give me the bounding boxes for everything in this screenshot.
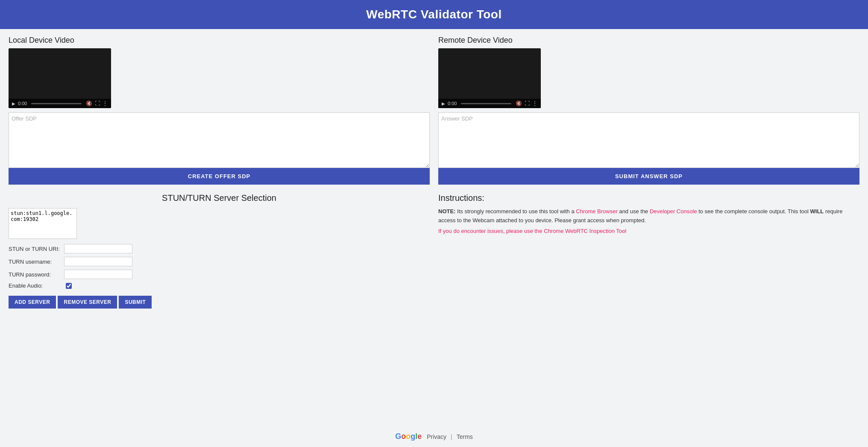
g-letter-red2: e: [417, 432, 422, 441]
enable-audio-row: Enable Audio:: [9, 282, 430, 289]
stun-uri-input[interactable]: [64, 244, 132, 253]
local-video-label: Local Device Video: [9, 36, 430, 45]
remote-video-label: Remote Device Video: [438, 36, 859, 45]
local-progress-bar: [31, 103, 82, 104]
stun-uri-row: STUN or TURN URI:: [9, 244, 430, 253]
remove-server-button[interactable]: REMOVE SERVER: [58, 296, 117, 309]
remote-video-controls: ▶ 0:00 🔇 ⛶ ⋮: [438, 99, 541, 108]
offer-sdp-input[interactable]: [9, 112, 430, 168]
note-label: NOTE:: [438, 208, 455, 215]
submit-button[interactable]: SUBMIT: [119, 296, 152, 309]
turn-password-row: TURN password:: [9, 270, 430, 279]
privacy-link[interactable]: Privacy: [427, 433, 446, 440]
note-line2: If you do encounter issues, please use t…: [438, 227, 859, 236]
answer-sdp-input[interactable]: [438, 112, 859, 168]
local-sdp-section: [9, 108, 430, 168]
terms-link[interactable]: Terms: [457, 433, 473, 440]
remote-video-player[interactable]: ▶ 0:00 🔇 ⛶ ⋮: [438, 48, 541, 108]
server-list[interactable]: stun:stun1.l.google.com:19302: [9, 208, 77, 239]
g-letter-blue: G: [395, 432, 401, 441]
instructions-title: Instructions:: [438, 193, 859, 203]
instructions-body: NOTE: Its strongly recommended to use th…: [438, 207, 859, 235]
local-fullscreen-icon[interactable]: ⛶: [95, 100, 100, 106]
g-letter-blue2: g: [411, 432, 415, 441]
remote-progress-bar: [461, 103, 511, 104]
footer-separator: |: [451, 433, 452, 440]
local-time-display: 0:00: [18, 101, 27, 106]
bottom-section: STUN/TURN Server Selection stun:stun1.l.…: [9, 193, 859, 317]
page-title: WebRTC Validator Tool: [9, 8, 859, 21]
enable-audio-checkbox[interactable]: [66, 283, 72, 289]
submit-answer-sdp-button[interactable]: SUBMIT ANSWER SDP: [438, 168, 859, 185]
page-footer: Google Privacy | Terms: [0, 426, 868, 447]
enable-audio-label: Enable Audio:: [9, 282, 64, 289]
developer-console-link[interactable]: Developer Console: [650, 208, 697, 215]
after-text: to see the complete console output. This…: [697, 208, 810, 215]
turn-username-input[interactable]: [64, 257, 132, 266]
local-volume-icon[interactable]: 🔇: [86, 100, 92, 106]
turn-password-label: TURN password:: [9, 271, 64, 278]
remote-volume-icon[interactable]: 🔇: [516, 100, 522, 106]
local-more-icon[interactable]: ⋮: [103, 100, 108, 106]
chrome-webrtc-link[interactable]: Chrome WebRTC Inspection Tool: [544, 228, 626, 234]
will-text: WILL: [810, 208, 824, 215]
local-video-section: Local Device Video ▶ 0:00 🔇 ⛶ ⋮: [9, 36, 430, 168]
stun-uri-label: STUN or TURN URI:: [9, 246, 64, 252]
turn-password-input[interactable]: [64, 270, 132, 279]
stun-turn-title: STUN/TURN Server Selection: [9, 193, 430, 203]
server-buttons-group: ADD SERVER REMOVE SERVER SUBMIT: [9, 296, 430, 309]
remote-fullscreen-icon[interactable]: ⛶: [525, 100, 530, 106]
remote-play-icon[interactable]: ▶: [442, 101, 445, 106]
remote-time-display: 0:00: [448, 101, 457, 106]
remote-sdp-section: [438, 108, 859, 168]
turn-username-label: TURN username:: [9, 259, 64, 265]
chrome-browser-link[interactable]: Chrome Browser: [576, 208, 618, 215]
create-offer-sdp-button[interactable]: CREATE OFFER SDP: [9, 168, 430, 185]
stun-turn-section: STUN/TURN Server Selection stun:stun1.l.…: [9, 193, 430, 309]
page-header: WebRTC Validator Tool: [0, 0, 868, 29]
instructions-section: Instructions: NOTE: Its strongly recomme…: [438, 193, 859, 309]
and-text: and use the: [618, 208, 650, 215]
remote-video-section: Remote Device Video ▶ 0:00 🔇 ⛶ ⋮: [438, 36, 859, 168]
google-logo: Google: [395, 432, 422, 441]
local-video-controls: ▶ 0:00 🔇 ⛶ ⋮: [9, 99, 111, 108]
add-server-button[interactable]: ADD SERVER: [9, 296, 56, 309]
g-letter-red: o: [401, 432, 406, 441]
sdp-buttons-row: CREATE OFFER SDP SUBMIT ANSWER SDP: [9, 168, 859, 185]
turn-username-row: TURN username:: [9, 257, 430, 266]
remote-more-icon[interactable]: ⋮: [532, 100, 537, 106]
link2-prefix: If you do encounter issues, please use t…: [438, 228, 544, 234]
note-text: Its strongly recommended to use this too…: [455, 208, 576, 215]
local-play-icon[interactable]: ▶: [12, 101, 15, 106]
g-letter-yellow: o: [406, 432, 411, 441]
local-video-player[interactable]: ▶ 0:00 🔇 ⛶ ⋮: [9, 48, 111, 108]
